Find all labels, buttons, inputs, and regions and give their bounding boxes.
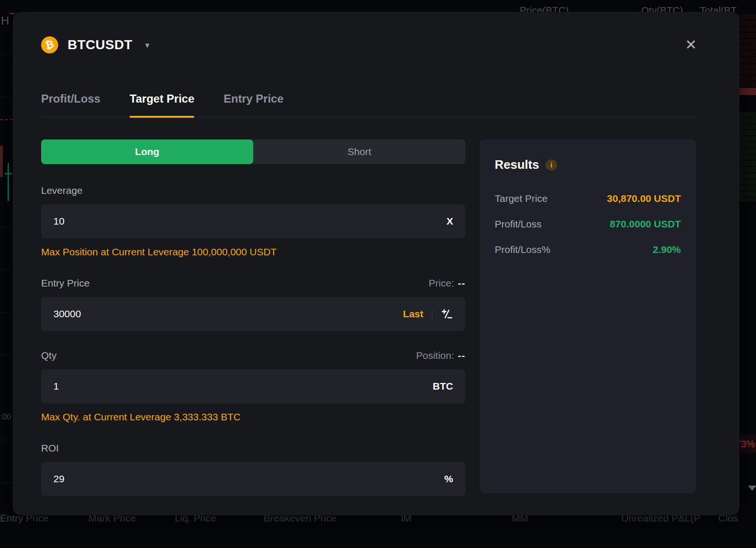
plus-minus-toggle-icon[interactable] [441,308,453,320]
leverage-input[interactable] [53,216,447,227]
roi-unit: % [444,473,453,485]
tab-profit-loss[interactable]: Profit/Loss [41,92,100,117]
side-toggle: Long Short [41,139,465,164]
profit-loss-result: 870.0000 USDT [610,218,681,230]
entry-price-input[interactable] [53,308,403,320]
close-icon[interactable]: ✕ [685,38,697,52]
calculator-tabs: Profit/Loss Target Price Entry Price [41,92,697,117]
target-price-result: 30,870.00 USDT [607,193,681,204]
result-row-target-price: Target Price 30,870.00 USDT [495,193,681,204]
short-button[interactable]: Short [253,139,465,164]
current-price-meta: Price:-- [429,278,465,289]
chart-time-axis-label: :00 [0,412,11,422]
use-last-price-button[interactable]: Last [403,308,423,320]
chart-partial-label: H [1,14,9,27]
roi-field: % [41,462,465,496]
info-icon[interactable]: i [546,159,557,171]
entry-price-field: Last [41,297,465,331]
btc-coin-icon: ₿ [41,36,58,53]
leverage-field: X [41,204,465,238]
tab-target-price[interactable]: Target Price [129,92,194,117]
modal-header: ₿ BTCUSDT ▼ ✕ [41,36,697,53]
results-title: Results [495,157,539,172]
long-button[interactable]: Long [41,139,253,164]
result-row-profit-loss: Profit/Loss 870.0000 USDT [495,218,681,230]
scroll-down-icon [748,486,756,491]
symbol-dropdown-icon[interactable]: ▼ [144,41,151,49]
max-qty-note: Max Qty. at Current Leverage 3,333.333 B… [41,411,465,423]
chart-candle-red [0,146,3,177]
chart-price-line [0,119,13,120]
symbol-title: BTCUSDT [68,37,132,52]
qty-field: BTC [41,369,465,403]
position-value: -- [458,350,465,361]
results-panel: Results i Target Price 30,870.00 USDT Pr… [480,139,696,493]
roi-input[interactable] [53,473,444,485]
entry-price-label: Entry Price [41,278,90,289]
result-row-profit-loss-pct: Profit/Loss% 2.90% [495,244,681,255]
max-position-note: Max Position at Current Leverage 100,000… [41,246,465,258]
qty-input[interactable] [53,381,433,392]
leverage-unit: X [447,216,453,227]
qty-label: Qty [41,350,57,361]
tab-entry-price[interactable]: Entry Price [223,92,284,117]
qty-unit: BTC [433,381,453,392]
current-price-value: -- [458,278,465,288]
calculator-form: Long Short Leverage X Max Position at Cu… [41,139,465,496]
profit-loss-pct-result: 2.90% [653,244,681,255]
chart-candle-green [8,163,9,201]
leverage-label: Leverage [41,185,83,196]
chart-red-tick [9,13,15,14]
calculator-modal: ₿ BTCUSDT ▼ ✕ Profit/Loss Target Price E… [13,12,739,515]
position-meta: Position:-- [416,350,465,361]
roi-label: ROI [41,443,59,454]
